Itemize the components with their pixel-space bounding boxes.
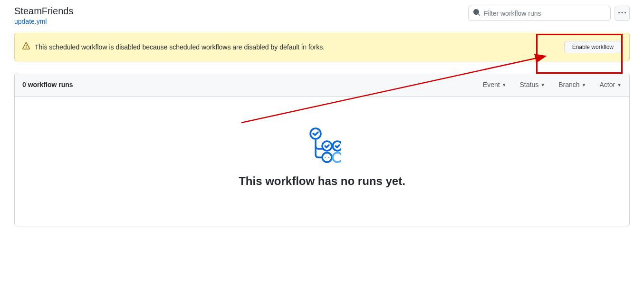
disabled-workflow-warning: This scheduled workflow is disabled beca… bbox=[14, 33, 630, 61]
runs-box: 0 workflow runs Event▼ Status▼ Branch▼ A… bbox=[14, 73, 630, 226]
svg-point-5 bbox=[328, 157, 329, 158]
alert-icon bbox=[22, 42, 30, 52]
filter-actor[interactable]: Actor▼ bbox=[599, 81, 622, 88]
runs-box-header: 0 workflow runs Event▼ Status▼ Branch▼ A… bbox=[15, 73, 629, 97]
empty-state: This workflow has no runs yet. bbox=[15, 97, 629, 226]
page-title: SteamFriends bbox=[14, 6, 74, 17]
enable-workflow-button[interactable]: Enable workflow bbox=[564, 41, 622, 53]
svg-point-2 bbox=[333, 141, 341, 151]
title-block: SteamFriends update.yml bbox=[14, 6, 74, 25]
search-icon bbox=[473, 9, 481, 18]
workflow-file-link[interactable]: update.yml bbox=[14, 18, 74, 25]
filter-runs-input[interactable] bbox=[468, 6, 611, 21]
svg-point-6 bbox=[333, 153, 341, 162]
more-actions-button[interactable] bbox=[615, 6, 630, 21]
filter-status[interactable]: Status▼ bbox=[520, 81, 546, 88]
runs-count-label: 0 workflow runs bbox=[22, 81, 73, 88]
warning-message: This scheduled workflow is disabled beca… bbox=[35, 43, 325, 51]
caret-down-icon: ▼ bbox=[502, 82, 507, 88]
workflow-empty-icon bbox=[303, 125, 341, 163]
search-wrap bbox=[468, 6, 611, 21]
caret-down-icon: ▼ bbox=[582, 82, 586, 88]
svg-point-4 bbox=[325, 157, 326, 158]
filter-event[interactable]: Event▼ bbox=[483, 81, 507, 88]
empty-state-title: This workflow has no runs yet. bbox=[34, 175, 610, 188]
svg-point-3 bbox=[322, 153, 332, 162]
caret-down-icon: ▼ bbox=[617, 82, 622, 88]
caret-down-icon: ▼ bbox=[540, 82, 545, 88]
kebab-icon bbox=[618, 9, 626, 18]
filter-branch[interactable]: Branch▼ bbox=[558, 81, 586, 88]
